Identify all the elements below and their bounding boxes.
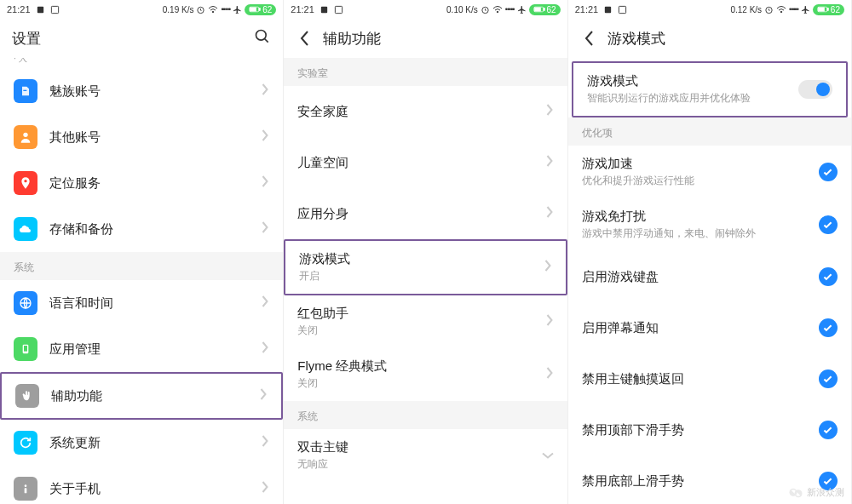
row-language[interactable]: 语言和时间 xyxy=(0,280,283,326)
network-speed: 0.12 K/s xyxy=(730,5,762,14)
checkmark-icon[interactable] xyxy=(819,369,838,388)
screen-settings: 21:21 0.19 K/s ••••• 62 设置 · 人 魅族账号 其他账号 xyxy=(0,0,284,504)
watermark-text: 新浪众测 xyxy=(807,486,844,499)
svg-point-10 xyxy=(23,133,27,137)
chevron-down-icon xyxy=(542,448,554,463)
row-location[interactable]: 定位服务 xyxy=(0,160,283,206)
chevron-right-icon xyxy=(544,260,552,275)
toggle-switch[interactable] xyxy=(798,80,832,99)
notification-icon-2 xyxy=(618,5,627,14)
notification-icon-2 xyxy=(334,5,343,14)
section-lab: 实验室 xyxy=(284,58,567,86)
settings-list: · 人 魅族账号 其他账号 定位服务 存储和备份 系统 语言和时间 xyxy=(0,58,283,504)
wifi-icon xyxy=(776,5,786,14)
svg-rect-9 xyxy=(23,90,26,91)
row-label: 游戏加速 xyxy=(582,156,819,172)
row-game-accel[interactable]: 游戏加速 优化和提升游戏运行性能 xyxy=(568,146,851,198)
row-game-mode[interactable]: 游戏模式 开启 xyxy=(284,239,567,295)
row-sublabel: 游戏中禁用浮动通知，来电、闹钟除外 xyxy=(582,226,819,241)
row-disable-home-touch-back[interactable]: 禁用主键触摸返回 xyxy=(568,353,851,404)
row-other-account[interactable]: 其他账号 xyxy=(0,114,283,160)
row-sublabel: 无响应 xyxy=(297,457,541,472)
screen-game-mode: 21:21 0.12 K/s ••••• 62 游戏模式 游戏模式 智能识别运行… xyxy=(568,0,852,504)
section-optimize: 优化项 xyxy=(568,117,851,146)
row-game-mode-toggle[interactable]: 游戏模式 智能识别运行的游戏应用并优化体验 xyxy=(572,61,848,117)
page-title: 游戏模式 xyxy=(607,29,665,49)
row-game-keyboard[interactable]: 启用游戏键盘 xyxy=(568,251,851,302)
row-redpacket[interactable]: 红包助手 关闭 xyxy=(284,295,567,348)
chevron-right-icon xyxy=(262,435,269,450)
alarm-icon xyxy=(196,5,205,14)
svg-rect-23 xyxy=(605,6,611,12)
row-safe-family[interactable]: 安全家庭 xyxy=(284,86,567,137)
svg-point-26 xyxy=(780,11,782,13)
chevron-right-icon xyxy=(546,155,554,170)
checkmark-icon[interactable] xyxy=(819,215,838,234)
section-system: 系统 xyxy=(0,252,283,280)
row-accessibility[interactable]: 辅助功能 xyxy=(0,372,283,420)
svg-rect-15 xyxy=(25,488,27,493)
row-meizu-account[interactable]: 魅族账号 xyxy=(0,68,283,114)
status-bar: 21:21 0.12 K/s ••••• 62 xyxy=(568,0,851,19)
location-icon xyxy=(14,171,37,195)
row-apps[interactable]: 应用管理 xyxy=(0,326,283,372)
svg-point-3 xyxy=(213,11,215,13)
row-sublabel: 优化和提升游戏运行性能 xyxy=(582,174,819,188)
row-label: 禁用底部上滑手势 xyxy=(582,473,819,490)
row-children-space[interactable]: 儿童空间 xyxy=(284,137,567,188)
row-app-clone[interactable]: 应用分身 xyxy=(284,188,567,239)
row-sublabel: 关闭 xyxy=(297,376,545,391)
status-time: 21:21 xyxy=(7,4,31,14)
row-danmaku-notify[interactable]: 启用弹幕通知 xyxy=(568,302,851,353)
search-icon[interactable] xyxy=(254,28,271,49)
row-label: 定位服务 xyxy=(49,175,262,192)
svg-point-14 xyxy=(25,484,27,487)
header: 辅助功能 xyxy=(284,19,567,58)
row-update[interactable]: 系统更新 xyxy=(0,420,283,466)
row-label: 存储和备份 xyxy=(49,221,262,238)
page-title: 辅助功能 xyxy=(323,29,381,49)
signal-icon: ••••• xyxy=(221,5,230,14)
chevron-right-icon xyxy=(262,295,269,311)
refresh-icon xyxy=(14,431,37,455)
notification-icon xyxy=(320,5,329,14)
chevron-right-icon xyxy=(260,388,268,404)
svg-rect-21 xyxy=(543,9,544,11)
row-sublabel: 智能识别运行的游戏应用并优化体验 xyxy=(587,91,798,106)
info-icon xyxy=(14,477,37,501)
status-time: 21:21 xyxy=(291,4,314,14)
chevron-right-icon xyxy=(262,83,269,99)
truncated-section: · 人 xyxy=(0,58,283,68)
row-game-dnd[interactable]: 游戏免打扰 游戏中禁用浮动通知，来电、闹钟除外 xyxy=(568,198,851,251)
signal-icon: ••••• xyxy=(505,5,515,14)
checkmark-icon[interactable] xyxy=(819,267,838,286)
svg-rect-28 xyxy=(827,9,828,11)
row-storage[interactable]: 存储和备份 xyxy=(0,206,283,252)
row-about[interactable]: 关于手机 xyxy=(0,466,283,504)
hand-icon xyxy=(15,384,39,408)
accessibility-list: 实验室 安全家庭 儿童空间 应用分身 游戏模式 开启 红包助手 关闭 xyxy=(284,58,567,504)
back-button[interactable] xyxy=(580,29,599,48)
row-double-tap-home[interactable]: 双击主键 无响应 xyxy=(284,429,567,482)
watermark: 新浪众测 xyxy=(788,486,844,499)
chevron-right-icon xyxy=(262,175,269,191)
status-bar: 21:21 0.10 K/s ••••• 62 xyxy=(284,0,567,19)
svg-point-19 xyxy=(497,11,498,13)
row-disable-top-swipe[interactable]: 禁用顶部下滑手势 xyxy=(568,404,851,455)
checkmark-icon[interactable] xyxy=(819,318,838,337)
svg-line-8 xyxy=(265,39,268,43)
checkmark-icon[interactable] xyxy=(819,163,838,181)
notification-icon-2 xyxy=(50,5,60,14)
row-label: 红包助手 xyxy=(297,306,545,322)
notification-icon xyxy=(603,5,613,14)
back-button[interactable] xyxy=(296,29,314,48)
row-label: 魅族账号 xyxy=(49,83,262,100)
svg-rect-22 xyxy=(534,8,540,11)
row-label: 游戏模式 xyxy=(587,73,798,89)
row-flyme-classic[interactable]: Flyme 经典模式 关闭 xyxy=(284,348,567,401)
page-title: 设置 xyxy=(12,29,41,49)
section-system: 系统 xyxy=(284,401,567,429)
checkmark-icon[interactable] xyxy=(819,421,838,439)
row-label: 儿童空间 xyxy=(297,155,545,171)
header: 设置 xyxy=(0,19,283,58)
